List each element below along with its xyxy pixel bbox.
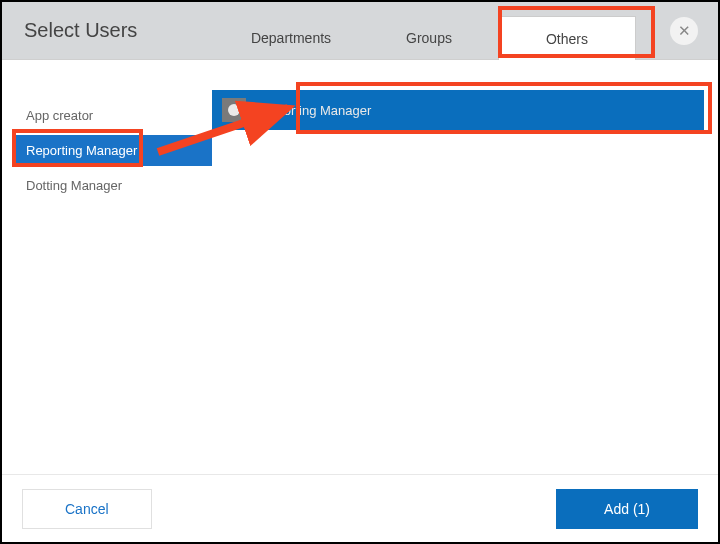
cancel-button[interactable]: Cancel bbox=[22, 489, 152, 529]
close-button[interactable]: ✕ bbox=[670, 17, 698, 45]
checkbox-checked-icon bbox=[228, 104, 240, 116]
sidebar-item-label: Reporting Manager bbox=[26, 143, 137, 158]
content: App creator Reporting Manager Dotting Ma… bbox=[2, 60, 718, 474]
close-icon: ✕ bbox=[678, 22, 691, 40]
main-panel: Reporting Manager bbox=[212, 60, 718, 474]
footer: Cancel Add (1) bbox=[2, 474, 718, 542]
dialog-header: Select Users Departments Groups Others ✕ bbox=[2, 2, 718, 60]
button-label: Add (1) bbox=[604, 501, 650, 517]
sidebar-item-app-creator[interactable]: App creator bbox=[16, 100, 212, 131]
tab-departments[interactable]: Departments bbox=[222, 16, 360, 60]
main-row[interactable]: Reporting Manager bbox=[212, 90, 704, 130]
tabs: Departments Groups Others bbox=[222, 2, 636, 60]
tab-others[interactable]: Others bbox=[498, 16, 636, 60]
sidebar-item-dotting-manager[interactable]: Dotting Manager bbox=[16, 170, 212, 201]
row-checkbox[interactable] bbox=[222, 98, 246, 122]
button-label: Cancel bbox=[65, 501, 109, 517]
dialog-title: Select Users bbox=[2, 19, 222, 42]
sidebar-item-reporting-manager[interactable]: Reporting Manager bbox=[16, 135, 212, 166]
sidebar-item-label: Dotting Manager bbox=[26, 178, 122, 193]
sidebar-item-label: App creator bbox=[26, 108, 93, 123]
tab-groups[interactable]: Groups bbox=[360, 16, 498, 60]
add-button[interactable]: Add (1) bbox=[556, 489, 698, 529]
sidebar: App creator Reporting Manager Dotting Ma… bbox=[2, 60, 212, 474]
row-label: Reporting Manager bbox=[260, 103, 371, 118]
